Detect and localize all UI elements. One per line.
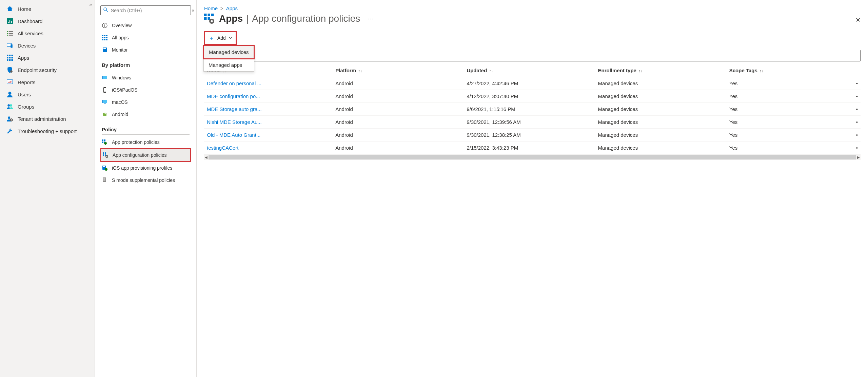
subnav-item-ios-provisioning[interactable]: iOS app provisioning profiles — [100, 162, 191, 174]
svg-point-57 — [106, 156, 107, 157]
row-more-button[interactable]: • — [847, 129, 861, 142]
subnav-item-android[interactable]: Android — [100, 108, 191, 120]
scrollbar-track[interactable] — [209, 155, 856, 159]
dashboard-icon — [7, 18, 13, 24]
dropdown-item-managed-devices[interactable]: Managed devices — [203, 45, 255, 59]
cell-name[interactable]: testingCACert — [204, 142, 335, 154]
subnav-item-monitor[interactable]: Monitor — [100, 44, 191, 56]
cell-updated: 9/6/2021, 1:15:16 PM — [467, 103, 598, 116]
col-enrollment[interactable]: Enrollment type↑↓ — [598, 64, 729, 77]
subnav-item-all-apps[interactable]: All apps — [100, 32, 191, 44]
scroll-right-icon[interactable]: ▶ — [857, 155, 860, 159]
svg-rect-37 — [103, 48, 106, 49]
sidebar-item-users[interactable]: Users — [0, 88, 95, 100]
sidebar-item-home[interactable]: Home — [0, 3, 95, 15]
table-header-row: Name↑↓ Platform↑↓ Updated↑↓ Enrollment t… — [204, 64, 861, 77]
horizontal-scrollbar[interactable]: ◀ ▶ — [204, 154, 861, 160]
cell-platform: Android — [335, 77, 467, 90]
sidebar-item-apps[interactable]: Apps — [0, 52, 95, 64]
cell-updated: 9/30/2021, 12:38:25 AM — [467, 129, 598, 142]
sidebar-item-troubleshooting[interactable]: Troubleshooting + support — [0, 125, 95, 137]
svg-rect-28 — [104, 35, 105, 36]
sidebar-item-devices[interactable]: Devices — [0, 39, 95, 52]
svg-rect-33 — [102, 39, 103, 40]
subnav-item-macos[interactable]: macOS — [100, 96, 191, 108]
policies-table: Name↑↓ Platform↑↓ Updated↑↓ Enrollment t… — [204, 64, 861, 154]
row-more-button[interactable]: • — [847, 116, 861, 129]
primary-sidebar: « Home Dashboard All services Devices Ap… — [0, 0, 95, 377]
sidebar-item-endpoint-security[interactable]: Endpoint security — [0, 64, 95, 76]
phone-icon — [102, 87, 108, 93]
table-row[interactable]: Nishi MDE Storage Au...Android9/30/2021,… — [204, 116, 861, 129]
subnav-item-windows[interactable]: Windows — [100, 72, 191, 84]
cell-name[interactable]: Nishi MDE Storage Au... — [204, 116, 335, 129]
sidebar-item-label: Dashboard — [18, 18, 42, 24]
subnav-item-app-protection[interactable]: App protection policies — [100, 136, 191, 148]
svg-rect-29 — [106, 35, 107, 36]
toolbar: ＋ Add Managed devices Managed apps — [204, 31, 861, 45]
provisioning-icon — [102, 165, 108, 171]
svg-rect-54 — [103, 154, 104, 156]
close-button[interactable]: ✕ — [855, 16, 861, 24]
table-row[interactable]: testingCACertAndroid2/15/2022, 3:43:23 P… — [204, 142, 861, 154]
wrench-icon — [7, 128, 13, 134]
sidebar-collapse-button[interactable]: « — [89, 2, 92, 7]
grid-gear-icon — [204, 14, 214, 24]
breadcrumb-home[interactable]: Home — [204, 5, 218, 11]
row-more-button[interactable]: • — [847, 142, 861, 154]
add-button[interactable]: ＋ Add — [204, 31, 237, 45]
svg-point-17 — [7, 104, 10, 107]
breadcrumb-apps[interactable]: Apps — [226, 5, 238, 11]
table-row[interactable]: Defender on personal ...Android4/27/2022… — [204, 77, 861, 90]
divider — [102, 134, 190, 135]
table-row[interactable]: MDE Storage auto gra...Android9/6/2021, … — [204, 103, 861, 116]
cell-name[interactable]: Defender on personal ... — [204, 77, 335, 90]
cell-name[interactable]: Old - MDE Auto Grant... — [204, 129, 335, 142]
row-more-button[interactable]: • — [847, 103, 861, 116]
sidebar-item-tenant-admin[interactable]: Tenant administration — [0, 113, 95, 125]
devices-icon — [7, 42, 13, 49]
subnav-item-app-configuration[interactable]: App configuration policies — [100, 148, 191, 162]
svg-point-13 — [10, 70, 13, 73]
sidebar-item-groups[interactable]: Groups — [0, 100, 95, 113]
svg-point-21 — [11, 119, 12, 120]
more-menu-button[interactable]: ⋯ — [368, 15, 374, 22]
scroll-left-icon[interactable]: ◀ — [205, 155, 208, 159]
table-row[interactable]: MDE configuration po...Android4/12/2022,… — [204, 90, 861, 103]
svg-rect-39 — [103, 76, 107, 79]
filter-input[interactable] — [204, 50, 861, 61]
subnav-section-by-platform: By platform — [100, 56, 191, 70]
col-platform[interactable]: Platform↑↓ — [335, 64, 467, 77]
subnav-item-overview[interactable]: Overview — [100, 19, 191, 32]
sub-navigation: « Overview All apps Monitor By — [95, 0, 197, 377]
subnav-collapse-button[interactable]: « — [192, 7, 194, 13]
info-icon — [102, 22, 108, 29]
cell-name[interactable]: MDE Storage auto gra... — [204, 103, 335, 116]
svg-rect-43 — [103, 100, 107, 103]
add-dropdown: Managed devices Managed apps — [203, 45, 254, 72]
search-input[interactable] — [111, 8, 188, 13]
subnav-item-ios[interactable]: iOS/iPadOS — [100, 84, 191, 96]
search-box[interactable] — [100, 5, 191, 15]
col-updated[interactable]: Updated↑↓ — [467, 64, 598, 77]
sidebar-item-all-services[interactable]: All services — [0, 27, 95, 39]
sidebar-item-reports[interactable]: Reports — [0, 76, 95, 88]
svg-rect-6 — [12, 55, 13, 56]
cell-name[interactable]: MDE configuration po... — [204, 90, 335, 103]
shield-icon — [7, 67, 13, 73]
sidebar-item-dashboard[interactable]: Dashboard — [0, 15, 95, 27]
dropdown-item-managed-apps[interactable]: Managed apps — [204, 59, 254, 71]
page-title-sub: App configuration policies — [252, 13, 360, 24]
svg-point-22 — [104, 8, 107, 11]
table-row[interactable]: Old - MDE Auto Grant...Android9/30/2021,… — [204, 129, 861, 142]
row-more-button[interactable]: • — [847, 77, 861, 90]
subnav-item-label: S mode supplemental policies — [112, 177, 175, 183]
svg-rect-26 — [104, 25, 105, 27]
cell-updated: 4/12/2022, 3:07:40 PM — [467, 90, 598, 103]
svg-rect-5 — [9, 55, 11, 56]
subnav-item-smode[interactable]: S mode supplemental policies — [100, 174, 191, 186]
subnav-item-label: Windows — [112, 75, 131, 80]
breadcrumb: Home > Apps — [204, 5, 861, 11]
col-scope[interactable]: Scope Tags↑↓ — [729, 64, 847, 77]
row-more-button[interactable]: • — [847, 90, 861, 103]
